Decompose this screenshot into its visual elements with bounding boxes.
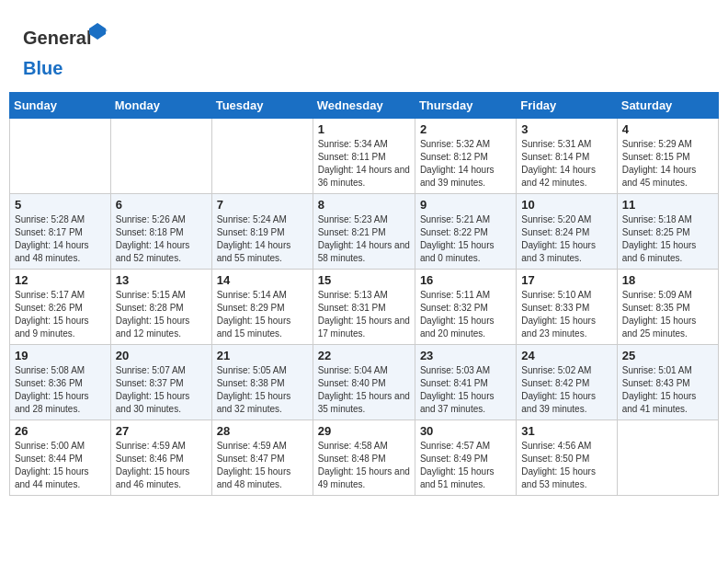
day-number: 19 [15, 349, 106, 362]
calendar-cell: 9Sunrise: 5:21 AM Sunset: 8:22 PM Daylig… [415, 194, 516, 270]
day-info: Sunrise: 5:14 AM Sunset: 8:29 PM Dayligh… [217, 289, 308, 340]
day-number: 8 [318, 198, 410, 212]
calendar-cell: 1Sunrise: 5:34 AM Sunset: 8:11 PM Daylig… [313, 119, 415, 194]
calendar-cell: 8Sunrise: 5:23 AM Sunset: 8:21 PM Daylig… [313, 194, 415, 270]
day-number: 27 [116, 424, 207, 438]
day-info: Sunrise: 5:02 AM Sunset: 8:42 PM Dayligh… [521, 364, 611, 416]
day-header-thursday: Thursday [415, 93, 516, 119]
day-number: 4 [622, 122, 713, 136]
day-number: 1 [318, 122, 410, 136]
svg-text:Blue: Blue [23, 59, 63, 78]
day-info: Sunrise: 5:15 AM Sunset: 8:28 PM Dayligh… [116, 289, 207, 340]
day-number: 24 [521, 349, 611, 362]
calendar-cell: 17Sunrise: 5:10 AM Sunset: 8:33 PM Dayli… [517, 270, 617, 345]
day-number: 9 [420, 198, 511, 212]
day-info: Sunrise: 5:26 AM Sunset: 8:18 PM Dayligh… [116, 213, 207, 265]
calendar-cell: 31Sunrise: 4:56 AM Sunset: 8:50 PM Dayli… [517, 420, 617, 496]
svg-marker-2 [97, 23, 108, 40]
day-number: 3 [521, 122, 611, 136]
day-number: 5 [15, 198, 106, 212]
day-number: 28 [217, 424, 308, 438]
calendar-cell: 25Sunrise: 5:01 AM Sunset: 8:43 PM Dayli… [617, 345, 718, 420]
calendar-cell: 4Sunrise: 5:29 AM Sunset: 8:15 PM Daylig… [617, 119, 718, 194]
day-info: Sunrise: 4:59 AM Sunset: 8:46 PM Dayligh… [116, 440, 207, 491]
day-number: 18 [622, 273, 713, 287]
calendar-cell: 26Sunrise: 5:00 AM Sunset: 8:44 PM Dayli… [10, 420, 111, 496]
calendar-cell: 30Sunrise: 4:57 AM Sunset: 8:49 PM Dayli… [415, 420, 516, 496]
day-header-tuesday: Tuesday [211, 93, 313, 119]
calendar-cell: 6Sunrise: 5:26 AM Sunset: 8:18 PM Daylig… [110, 194, 211, 270]
calendar-cell: 3Sunrise: 5:31 AM Sunset: 8:14 PM Daylig… [517, 119, 617, 194]
calendar-cell: 22Sunrise: 5:04 AM Sunset: 8:40 PM Dayli… [313, 345, 415, 420]
calendar-cell: 11Sunrise: 5:18 AM Sunset: 8:25 PM Dayli… [617, 194, 718, 270]
day-info: Sunrise: 4:56 AM Sunset: 8:50 PM Dayligh… [521, 440, 611, 491]
logo-general-text: General [23, 18, 124, 59]
day-info: Sunrise: 5:20 AM Sunset: 8:24 PM Dayligh… [521, 213, 611, 265]
page-container: General Blue SundayMo [9, 9, 719, 496]
day-header-wednesday: Wednesday [313, 93, 415, 119]
svg-text:General: General [23, 28, 91, 48]
calendar-cell [617, 420, 718, 496]
day-info: Sunrise: 5:00 AM Sunset: 8:44 PM Dayligh… [15, 440, 106, 491]
day-info: Sunrise: 5:28 AM Sunset: 8:17 PM Dayligh… [15, 213, 106, 265]
calendar-cell: 21Sunrise: 5:05 AM Sunset: 8:38 PM Dayli… [211, 345, 313, 420]
calendar-cell: 15Sunrise: 5:13 AM Sunset: 8:31 PM Dayli… [313, 270, 415, 345]
day-number: 30 [420, 424, 511, 438]
calendar-cell: 28Sunrise: 4:59 AM Sunset: 8:47 PM Dayli… [211, 420, 313, 496]
day-number: 12 [15, 273, 106, 287]
day-number: 10 [521, 198, 611, 212]
day-number: 20 [116, 349, 207, 362]
day-number: 31 [521, 424, 611, 438]
day-number: 21 [217, 349, 308, 362]
day-info: Sunrise: 5:04 AM Sunset: 8:40 PM Dayligh… [318, 364, 410, 416]
day-number: 6 [116, 198, 207, 212]
calendar-header-row: SundayMondayTuesdayWednesdayThursdayFrid… [10, 93, 719, 119]
day-number: 16 [420, 273, 511, 287]
calendar-cell: 27Sunrise: 4:59 AM Sunset: 8:46 PM Dayli… [110, 420, 211, 496]
day-info: Sunrise: 5:32 AM Sunset: 8:12 PM Dayligh… [420, 138, 511, 190]
page-header: General Blue [9, 9, 719, 87]
day-info: Sunrise: 5:09 AM Sunset: 8:35 PM Dayligh… [622, 289, 713, 340]
calendar-table: SundayMondayTuesdayWednesdayThursdayFrid… [9, 92, 719, 496]
day-number: 17 [521, 273, 611, 287]
day-info: Sunrise: 5:03 AM Sunset: 8:41 PM Dayligh… [420, 364, 511, 416]
day-number: 26 [15, 424, 106, 438]
day-header-saturday: Saturday [617, 93, 718, 119]
day-number: 13 [116, 273, 207, 287]
day-info: Sunrise: 5:29 AM Sunset: 8:15 PM Dayligh… [622, 138, 713, 190]
day-info: Sunrise: 5:23 AM Sunset: 8:21 PM Dayligh… [318, 213, 410, 265]
calendar-cell [110, 119, 211, 194]
day-number: 7 [217, 198, 308, 212]
calendar-week-row: 1Sunrise: 5:34 AM Sunset: 8:11 PM Daylig… [10, 119, 719, 194]
day-info: Sunrise: 5:21 AM Sunset: 8:22 PM Dayligh… [420, 213, 511, 265]
day-info: Sunrise: 5:01 AM Sunset: 8:43 PM Dayligh… [622, 364, 713, 416]
day-info: Sunrise: 5:10 AM Sunset: 8:33 PM Dayligh… [521, 289, 611, 340]
day-header-friday: Friday [517, 93, 617, 119]
day-info: Sunrise: 5:05 AM Sunset: 8:38 PM Dayligh… [217, 364, 308, 416]
calendar-cell: 18Sunrise: 5:09 AM Sunset: 8:35 PM Dayli… [617, 270, 718, 345]
day-info: Sunrise: 5:24 AM Sunset: 8:19 PM Dayligh… [217, 213, 308, 265]
day-info: Sunrise: 4:59 AM Sunset: 8:47 PM Dayligh… [217, 440, 308, 491]
day-info: Sunrise: 5:34 AM Sunset: 8:11 PM Dayligh… [318, 138, 410, 190]
day-number: 23 [420, 349, 511, 362]
day-number: 2 [420, 122, 511, 136]
calendar-week-row: 12Sunrise: 5:17 AM Sunset: 8:26 PM Dayli… [10, 270, 719, 345]
calendar-week-row: 5Sunrise: 5:28 AM Sunset: 8:17 PM Daylig… [10, 194, 719, 270]
day-number: 25 [622, 349, 713, 362]
calendar-cell: 12Sunrise: 5:17 AM Sunset: 8:26 PM Dayli… [10, 270, 111, 345]
day-number: 22 [318, 349, 410, 362]
calendar-week-row: 26Sunrise: 5:00 AM Sunset: 8:44 PM Dayli… [10, 420, 719, 496]
day-number: 29 [318, 424, 410, 438]
logo: General Blue [23, 18, 124, 83]
day-info: Sunrise: 5:17 AM Sunset: 8:26 PM Dayligh… [15, 289, 106, 340]
calendar-cell: 10Sunrise: 5:20 AM Sunset: 8:24 PM Dayli… [517, 194, 617, 270]
day-info: Sunrise: 5:18 AM Sunset: 8:25 PM Dayligh… [622, 213, 713, 265]
day-header-monday: Monday [110, 93, 211, 119]
calendar-cell: 2Sunrise: 5:32 AM Sunset: 8:12 PM Daylig… [415, 119, 516, 194]
day-info: Sunrise: 5:31 AM Sunset: 8:14 PM Dayligh… [521, 138, 611, 190]
calendar-cell: 5Sunrise: 5:28 AM Sunset: 8:17 PM Daylig… [10, 194, 111, 270]
calendar-cell: 14Sunrise: 5:14 AM Sunset: 8:29 PM Dayli… [211, 270, 313, 345]
day-number: 11 [622, 198, 713, 212]
day-info: Sunrise: 5:07 AM Sunset: 8:37 PM Dayligh… [116, 364, 207, 416]
calendar-cell: 24Sunrise: 5:02 AM Sunset: 8:42 PM Dayli… [517, 345, 617, 420]
